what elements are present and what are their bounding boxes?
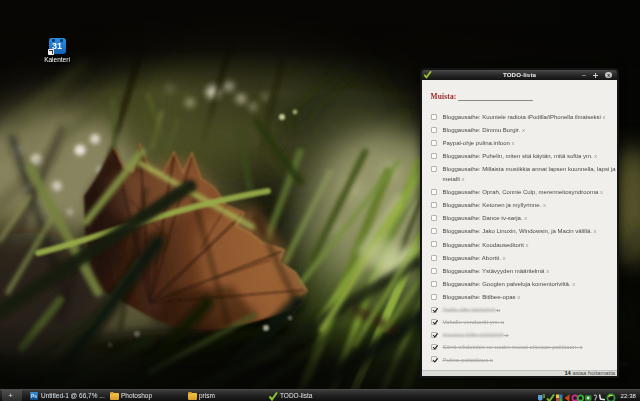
svg-text:0: 0: [543, 393, 546, 399]
